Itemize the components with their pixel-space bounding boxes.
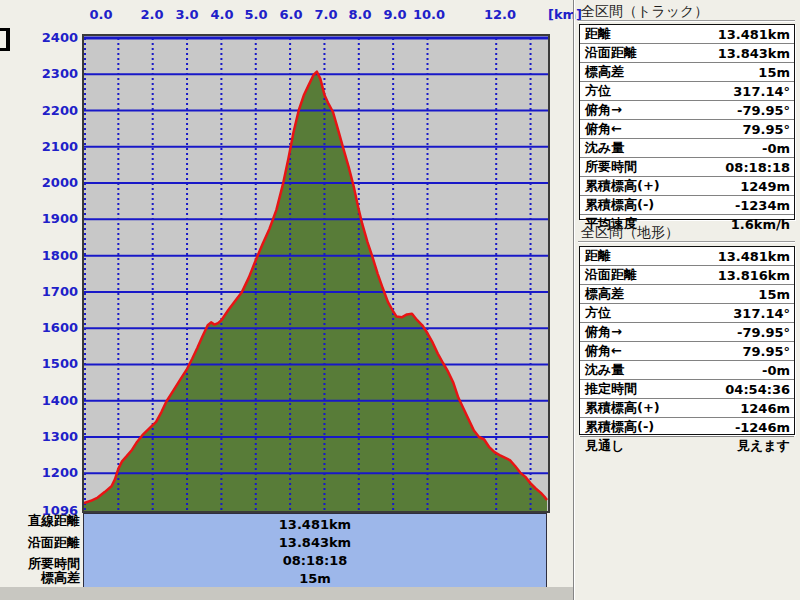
stat-row: 所要時間08:18:18 [580,158,794,177]
stat-row: 累積標高(+)1246m [580,399,794,418]
y-axis-tick: 2100 [0,139,78,155]
y-axis-tick: 1900 [0,211,78,227]
panel-title-terrain: 全区間（地形） [581,224,679,242]
stat-row: 俯角→-79.95° [580,323,794,342]
stat-label: 標高差 [585,63,624,81]
y-axis-tick: 1700 [0,284,78,300]
stat-row: 累積標高(+)1249m [580,177,794,196]
x-axis-tick: 2.0 [140,7,163,22]
stat-label: 累積標高(-) [585,418,654,436]
stat-row: 俯角←79.95° [580,342,794,361]
stat-value: 15m [758,287,790,302]
stat-row: 沿面距離13.816km [580,266,794,285]
stat-label: 距離 [585,25,611,43]
y-axis-tick: 1600 [0,320,78,336]
stat-row: 距離13.481km [580,247,794,266]
stat-value: 13.481km [718,249,790,264]
summary-label: 直線距離 [0,513,80,529]
stats-table-terrain: 距離13.481km沿面距離13.816km標高差15m方位317.14°俯角→… [579,246,795,435]
summary-label: 沿面距離 [0,535,80,551]
y-axis-tick: 1200 [0,465,78,481]
y-axis-tick: 1400 [0,393,78,409]
x-axis-tick: 12.0 [484,7,516,22]
elevation-plot[interactable] [82,34,550,513]
y-axis-tick: 1500 [0,356,78,372]
stat-value: -1234m [735,198,790,213]
stat-row: 距離13.481km [580,25,794,44]
stat-row: 累積標高(-)-1246m [580,418,794,437]
summary-value-box: 13.481km 13.843km 08:18:18 15m [83,513,547,588]
stat-label: 沿面距離 [585,44,637,62]
stat-label: 俯角← [585,120,622,138]
stat-value: 317.14° [733,306,790,321]
stat-value: 13.481km [718,27,790,42]
stat-label: 累積標高(-) [585,196,654,214]
panel-title-terrain-underline [578,241,795,242]
summary-elevation-diff: 15m [84,570,546,588]
stat-value: -79.95° [737,325,790,340]
stat-row: 俯角←79.95° [580,120,794,139]
stat-row: 方位317.14° [580,304,794,323]
stat-row: 俯角→-79.95° [580,101,794,120]
y-axis-tick: 2400 [0,30,78,46]
stat-value: 13.816km [718,268,790,283]
stat-row: 沿面距離13.843km [580,44,794,63]
stat-value: 79.95° [742,344,790,359]
summary-straight-distance: 13.481km [84,516,546,534]
stat-label: 沈み量 [585,361,624,379]
x-axis-tick: 4.0 [210,7,233,22]
y-axis-tick: 2000 [0,175,78,191]
stat-label: 所要時間 [585,158,637,176]
stat-value: 1.6km/h [731,217,790,232]
stat-row: 標高差15m [580,63,794,82]
stat-value: 15m [758,65,790,80]
x-axis-tick: 3.0 [175,7,198,22]
stat-row: 沈み量-0m [580,139,794,158]
x-axis-tick: 5.0 [244,7,267,22]
stat-value: 1246m [740,401,790,416]
x-axis-tick: 0.0 [89,7,112,22]
app-window: 0.02.03.04.05.06.07.08.09.010.012.0[km] … [0,0,800,600]
stat-value: 79.95° [742,122,790,137]
bottom-strip [0,587,573,600]
y-axis-tick: 1800 [0,248,78,264]
summary-surface-distance: 13.843km [84,534,546,552]
stat-row: 沈み量-0m [580,361,794,380]
stat-value: 1249m [740,179,790,194]
x-axis-tick: 9.0 [383,7,406,22]
stat-label: 俯角→ [585,323,622,341]
stat-label: 俯角→ [585,101,622,119]
stat-row: 見通し見えます [580,437,794,455]
stat-label: 沿面距離 [585,266,637,284]
stat-label: 標高差 [585,285,624,303]
x-axis-tick: 8.0 [348,7,371,22]
km-unit-label: [km] [548,7,582,22]
stat-value: -0m [762,363,790,378]
stat-value: -1246m [735,420,790,435]
stat-label: 方位 [585,82,611,100]
stat-label: 推定時間 [585,380,637,398]
stats-table-track: 距離13.481km沿面距離13.843km標高差15m方位317.14°俯角→… [579,24,795,220]
summary-label: 標高差 [0,570,80,586]
x-axis-tick: 10.0 [413,7,445,22]
panel-divider-highlight [574,0,575,600]
stat-row: 標高差15m [580,285,794,304]
x-axis-tick: 7.0 [314,7,337,22]
x-axis-tick: 6.0 [279,7,302,22]
stat-label: 沈み量 [585,139,624,157]
summary-duration: 08:18:18 [84,552,546,570]
stat-value: -79.95° [737,103,790,118]
stat-value: 317.14° [733,84,790,99]
stat-row: 推定時間04:54:36 [580,380,794,399]
stat-label: 見通し [585,437,624,455]
stat-value: 08:18:18 [725,160,790,175]
y-axis-tick: 1300 [0,429,78,445]
stat-value: 見えます [737,437,790,455]
y-axis-tick: 2300 [0,66,78,82]
y-axis-tick: 2200 [0,103,78,119]
elevation-chart-svg [84,36,548,511]
stat-value: 13.843km [718,46,790,61]
stat-row: 累積標高(-)-1234m [580,196,794,215]
stat-value: 04:54:36 [725,382,790,397]
stat-label: 俯角← [585,342,622,360]
